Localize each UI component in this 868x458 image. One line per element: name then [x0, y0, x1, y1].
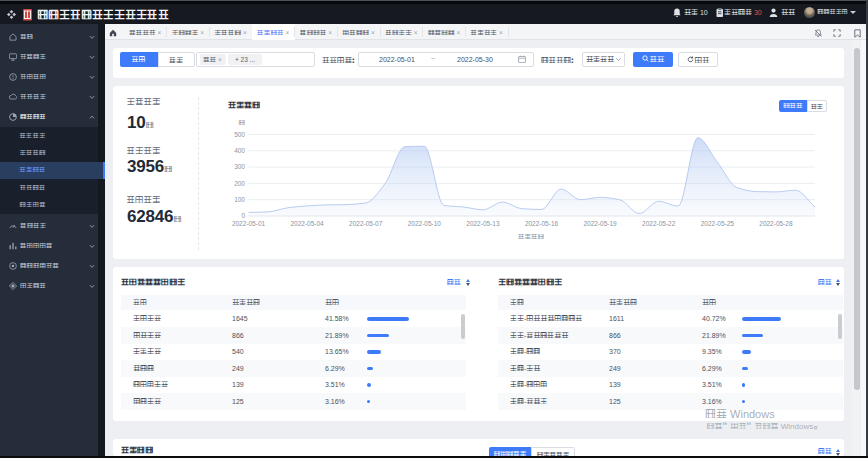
- svg-text:500: 500: [234, 131, 245, 138]
- svg-text:2022-05-10: 2022-05-10: [408, 220, 442, 227]
- svg-text:2022-05-07: 2022-05-07: [349, 220, 383, 227]
- svg-text:个: 个: [239, 119, 246, 126]
- svg-text:0: 0: [241, 212, 245, 219]
- svg-text:报警数量: 报警数量: [518, 233, 545, 240]
- svg-text:2022-05-01: 2022-05-01: [232, 220, 266, 227]
- svg-text:2022-05-22: 2022-05-22: [642, 220, 676, 227]
- svg-text:2022-05-16: 2022-05-16: [525, 220, 559, 227]
- svg-text:2022-05-04: 2022-05-04: [290, 220, 324, 227]
- svg-text:400: 400: [234, 147, 245, 154]
- svg-text:100: 100: [234, 196, 245, 203]
- svg-text:2022-05-25: 2022-05-25: [701, 220, 735, 227]
- svg-text:2022-05-28: 2022-05-28: [759, 220, 793, 227]
- svg-text:300: 300: [234, 163, 245, 170]
- svg-text:2022-05-13: 2022-05-13: [466, 220, 500, 227]
- svg-text:200: 200: [234, 180, 245, 187]
- svg-text:2022-05-19: 2022-05-19: [583, 220, 617, 227]
